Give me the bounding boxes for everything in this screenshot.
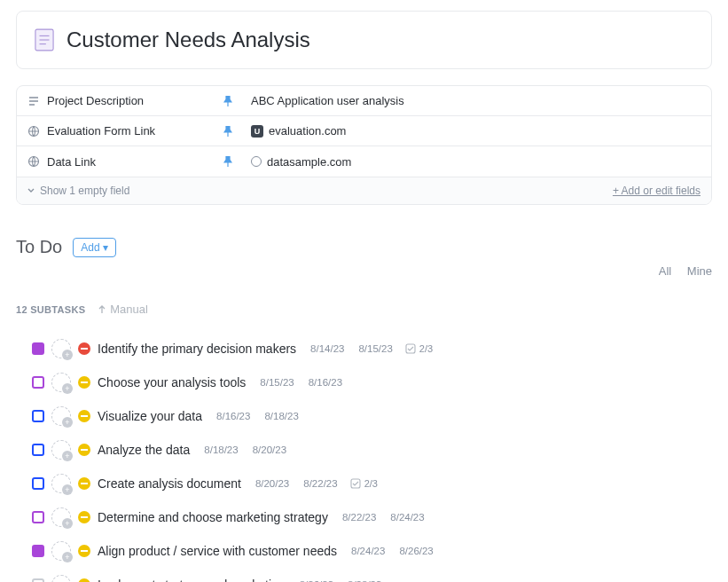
subtask-meta: 12 SUBTASKS Manual [16,303,712,316]
svg-rect-7 [406,344,415,353]
svg-rect-6 [81,348,88,350]
link-favicon [251,156,262,167]
show-empty-label: Show 1 empty field [40,185,129,197]
sort-manual[interactable]: Manual [98,303,148,316]
text-icon [27,95,40,107]
field-label: Data Link [17,155,215,169]
link-favicon: U [251,125,263,138]
arrow-up-icon [98,305,106,314]
add-edit-fields[interactable]: + Add or edit fields [613,185,701,197]
task-list: Identify the primary decision makers8/14… [16,332,712,582]
task-start-date[interactable]: 8/15/23 [260,377,294,388]
field-value[interactable]: ABC Application user analysis [240,94,711,107]
field-row[interactable]: Project DescriptionABC Application user … [17,86,711,116]
task-row[interactable]: Identify the primary decision makers8/14… [16,332,712,366]
custom-fields: Project DescriptionABC Application user … [16,85,712,205]
task-row[interactable]: Implement strategy and marketing8/26/238… [16,568,712,582]
status-toggle[interactable] [32,376,44,389]
priority-badge[interactable] [78,342,90,355]
task-row[interactable]: Align product / service with customer ne… [16,534,712,568]
status-toggle[interactable] [32,545,44,557]
task-start-date[interactable]: 8/18/23 [204,444,238,455]
status-toggle[interactable] [32,477,44,490]
task-title[interactable]: Analyze the data [98,443,190,457]
field-value[interactable]: datasample.com [240,155,711,169]
subtask-count: 12 SUBTASKS [16,304,85,315]
task-row[interactable]: Choose your analysis tools8/15/238/16/23 [16,366,712,399]
assignee-add[interactable] [51,575,71,582]
task-due-date[interactable]: 8/24/23 [390,512,424,523]
subtask-counter: 2/3 [405,343,433,354]
caret-down-icon: ▾ [103,241,108,254]
title-card: Customer Needs Analysis [16,11,712,69]
task-start-date[interactable]: 8/20/23 [255,478,289,489]
field-label: Project Description [17,94,215,107]
field-row[interactable]: Data Linkdatasample.com [17,146,711,177]
status-toggle[interactable] [32,444,44,456]
assignee-add[interactable] [51,339,71,358]
field-value[interactable]: Uevaluation.com [240,124,711,138]
field-label-text: Data Link [47,155,96,169]
assignee-add[interactable] [51,474,71,493]
status-toggle[interactable] [32,342,44,355]
checklist-icon [405,343,416,354]
assignee-add[interactable] [51,440,71,460]
svg-rect-12 [351,479,360,488]
task-title[interactable]: Visualize your data [98,409,202,423]
pin-icon[interactable] [215,156,240,167]
task-due-date[interactable]: 8/15/23 [358,343,392,354]
task-title[interactable]: Create analysis document [98,476,241,491]
priority-badge[interactable] [78,545,90,557]
task-due-date[interactable]: 8/22/23 [303,478,337,489]
priority-badge[interactable] [78,477,90,490]
status-toggle[interactable] [32,410,44,422]
assignee-add[interactable] [51,507,71,527]
svg-rect-9 [81,415,88,417]
section-title: To Do [16,237,62,257]
globe-icon [27,125,40,138]
svg-rect-10 [81,449,88,451]
task-due-date[interactable]: 8/16/23 [309,377,342,388]
assignee-add[interactable] [51,406,71,426]
task-title[interactable]: Align product / service with customer ne… [98,544,337,558]
task-due-date[interactable]: 8/26/23 [399,546,433,556]
task-title[interactable]: Identify the primary decision makers [98,342,296,356]
priority-badge[interactable] [78,376,90,389]
section-header: To Do Add ▾ [16,237,712,257]
task-due-date[interactable]: 8/20/23 [253,444,286,455]
task-title[interactable]: Determine and choose marketing strategy [98,510,328,524]
subtask-counter: 2/3 [350,478,378,489]
filter-mine[interactable]: Mine [687,264,712,278]
field-label-text: Evaluation Form Link [47,124,155,138]
task-start-date[interactable]: 8/24/23 [351,546,385,556]
task-row[interactable]: Analyze the data8/18/238/20/23 [16,433,712,467]
page-title[interactable]: Customer Needs Analysis [67,28,310,52]
task-row[interactable]: Create analysis document8/20/238/22/232/… [16,467,712,500]
task-start-date[interactable]: 8/22/23 [342,512,376,523]
task-title[interactable]: Choose your analysis tools [98,375,246,389]
filter-all[interactable]: All [659,264,671,278]
sort-label: Manual [110,303,148,316]
pin-icon[interactable] [215,126,240,137]
pin-icon[interactable] [215,96,240,106]
task-start-date[interactable]: 8/16/23 [216,411,250,421]
field-label: Evaluation Form Link [17,124,215,138]
priority-badge[interactable] [78,410,90,422]
task-due-date[interactable]: 8/18/23 [264,411,298,421]
svg-rect-14 [81,550,88,552]
task-title[interactable]: Implement strategy and marketing [98,578,286,582]
task-row[interactable]: Determine and choose marketing strategy8… [16,500,712,534]
priority-badge[interactable] [78,511,90,523]
status-toggle[interactable] [32,511,44,523]
status-toggle[interactable] [32,578,44,582]
task-row[interactable]: Visualize your data8/16/238/18/23 [16,399,712,433]
field-row[interactable]: Evaluation Form LinkUevaluation.com [17,116,711,146]
assignee-add[interactable] [51,373,71,392]
task-start-date[interactable]: 8/14/23 [310,343,344,354]
priority-badge[interactable] [78,578,90,582]
priority-badge[interactable] [78,444,90,456]
assignee-add[interactable] [51,541,71,561]
globe-icon [27,155,40,168]
add-button[interactable]: Add ▾ [73,238,116,257]
show-empty-toggle[interactable]: Show 1 empty field [27,185,129,197]
